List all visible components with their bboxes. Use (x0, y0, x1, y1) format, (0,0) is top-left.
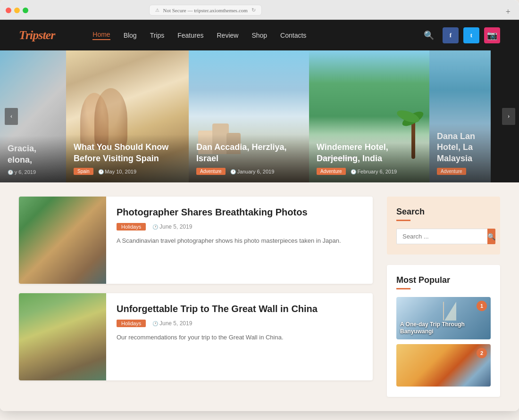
popular-item-2[interactable]: 2 (396, 344, 491, 387)
slide-1-date: y 6, 2019 (8, 169, 36, 175)
instagram-button[interactable]: 📷 (484, 27, 500, 43)
slide-3-meta: Adventure January 6, 2019 (196, 168, 301, 175)
nav-shop[interactable]: Shop (251, 32, 267, 39)
popular-widget: Most Popular 1 A One-day Trip Through Ba… (387, 265, 500, 397)
popular-item-1-number: 1 (477, 301, 487, 311)
site-header: Tripster Home Blog Trips Features Review… (0, 20, 519, 50)
slide-5-overlay: Dana Lan Hotel, La Malaysia Adventure (429, 124, 491, 182)
main-content: Photographer Shares Breathtaking Photos … (0, 182, 519, 411)
slide-3-overlay: Dan Accadia, Herzliya, Israel Adventure … (189, 134, 309, 182)
prev-arrow-icon: ‹ (10, 113, 13, 120)
logo-suffix: ster (38, 28, 55, 42)
article-2-date: June 5, 2019 (152, 320, 192, 327)
nav-blog[interactable]: Blog (124, 32, 137, 39)
lock-icon: ⚠ (155, 8, 159, 13)
article-1-img-placeholder (19, 197, 106, 284)
article-2-img-placeholder (19, 293, 106, 380)
article-card-2: Unforgettable Trip to The Great Wall in … (19, 293, 373, 380)
article-1-tag[interactable]: Holidays (117, 223, 146, 231)
article-1-excerpt: A Scandinavian travel photographer shows… (117, 236, 362, 246)
slide-4-tag: Adventure (317, 168, 346, 175)
slide-3-tag: Adventure (196, 168, 226, 175)
article-1-content: Photographer Shares Breathtaking Photos … (106, 197, 373, 284)
search-widget-title-bar (396, 220, 410, 221)
header-actions: 🔍 f t 📷 (424, 27, 500, 43)
article-1-meta: Holidays June 5, 2019 (117, 223, 362, 231)
address-bar[interactable]: ⚠ Not Secure — tripster.axiomthemes.com … (149, 5, 262, 16)
slide-4: Windemere Hotel, Darjeeling, India Adven… (309, 50, 429, 182)
search-input[interactable] (396, 229, 487, 244)
article-2-excerpt: Our recommendations for your trip to the… (117, 333, 362, 343)
article-1-date: June 5, 2019 (152, 223, 192, 230)
popular-items-list: 1 A One-day Trip Through Banyuwangi 2 (396, 297, 491, 387)
slide-5-tag: Adventure (437, 168, 466, 175)
search-input-row: 🔍 (396, 229, 491, 244)
browser-chrome: ⚠ Not Secure — tripster.axiomthemes.com … (0, 0, 519, 20)
popular-widget-title: Most Popular (396, 275, 491, 285)
search-button-icon: 🔍 (487, 233, 495, 240)
popular-item-1[interactable]: 1 A One-day Trip Through Banyuwangi (396, 297, 491, 339)
browser-dots (6, 8, 28, 13)
slide-2-date: May 10, 2019 (98, 169, 136, 174)
slider-track: Gracia,elona, y 6, 2019 (0, 50, 519, 182)
nav-trips[interactable]: Trips (150, 32, 165, 39)
popular-widget-title-bar (396, 288, 410, 289)
popular-item-2-number: 2 (477, 348, 487, 358)
slide-2: What You Should Know Before Visiting Spa… (66, 50, 189, 182)
search-widget: Search 🔍 (387, 197, 500, 255)
slide-3-title: Dan Accadia, Herzliya, Israel (196, 142, 301, 164)
article-2-title[interactable]: Unforgettable Trip to The Great Wall in … (117, 303, 362, 315)
slide-3-date: January 6, 2019 (230, 169, 275, 174)
articles-list: Photographer Shares Breathtaking Photos … (19, 197, 373, 397)
slide-1-title: Gracia,elona, (8, 143, 59, 165)
reload-icon[interactable]: ↻ (251, 7, 256, 13)
slider-prev-button[interactable]: ‹ (5, 108, 18, 125)
nav-features[interactable]: Features (177, 32, 203, 39)
minimize-dot[interactable] (14, 8, 20, 13)
address-text: Not Secure — tripster.axiomthemes.com (163, 8, 248, 13)
site-logo[interactable]: Tripster (19, 28, 55, 42)
nav-review[interactable]: Review (217, 32, 239, 39)
facebook-icon: f (450, 32, 452, 39)
slide-4-meta: Adventure February 6, 2019 (317, 168, 422, 175)
nav-home[interactable]: Home (92, 31, 110, 40)
slider-next-button[interactable]: › (502, 108, 515, 125)
article-2-image (19, 293, 106, 380)
slide-4-title: Windemere Hotel, Darjeeling, India (317, 142, 422, 164)
article-card-1: Photographer Shares Breathtaking Photos … (19, 197, 373, 284)
facebook-button[interactable]: f (443, 27, 459, 43)
slide-2-tag: Spain (74, 168, 93, 175)
article-2-tag[interactable]: Holidays (117, 320, 146, 327)
nav-contacts[interactable]: Contacts (280, 32, 306, 39)
slide-4-overlay: Windemere Hotel, Darjeeling, India Adven… (309, 134, 429, 182)
article-1-image (19, 197, 106, 284)
new-tab-button[interactable]: + (503, 6, 513, 18)
twitter-button[interactable]: t (463, 27, 479, 43)
instagram-icon: 📷 (487, 30, 497, 41)
search-widget-title: Search (396, 207, 491, 217)
next-arrow-icon: › (508, 113, 510, 120)
hero-slider: Gracia,elona, y 6, 2019 (0, 50, 519, 182)
article-2-meta: Holidays June 5, 2019 (117, 320, 362, 327)
article-1-title[interactable]: Photographer Shares Breathtaking Photos (117, 206, 362, 218)
slide-1-overlay: Gracia,elona, y 6, 2019 (0, 136, 66, 182)
article-2-content: Unforgettable Trip to The Great Wall in … (106, 293, 373, 380)
browser-content: Tripster Home Blog Trips Features Review… (0, 20, 519, 411)
browser-window: ⚠ Not Secure — tripster.axiomthemes.com … (0, 0, 519, 411)
slide-3: Dan Accadia, Herzliya, Israel Adventure … (189, 50, 309, 182)
main-nav: Home Blog Trips Features Review Shop Con… (92, 31, 306, 40)
header-search-icon[interactable]: 🔍 (424, 30, 434, 41)
close-dot[interactable] (6, 8, 11, 13)
slide-5: Dana Lan Hotel, La Malaysia Adventure (429, 50, 491, 182)
logo-prefix: Trip (19, 28, 38, 42)
slide-1-meta: y 6, 2019 (8, 169, 59, 175)
sidebar: Search 🔍 Most Popular (387, 197, 500, 397)
search-submit-button[interactable]: 🔍 (487, 229, 495, 244)
maximize-dot[interactable] (23, 8, 28, 13)
slide-5-meta: Adventure (437, 168, 483, 175)
slide-2-overlay: What You Should Know Before Visiting Spa… (66, 134, 189, 182)
slide-2-meta: Spain May 10, 2019 (74, 168, 181, 175)
slide-2-title: What You Should Know Before Visiting Spa… (74, 142, 181, 164)
twitter-icon: t (470, 32, 472, 39)
slide-5-title: Dana Lan Hotel, La Malaysia (437, 131, 483, 164)
